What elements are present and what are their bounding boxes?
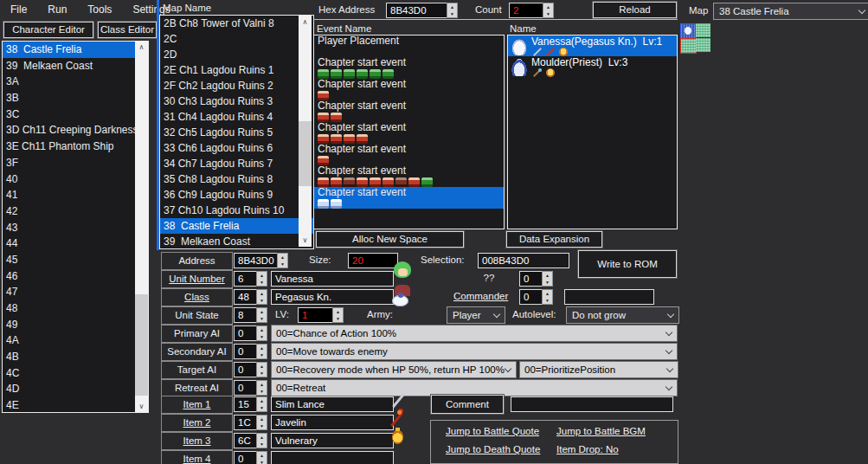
map-tile[interactable] (696, 23, 710, 37)
list-item[interactable]: 34 Ch7 Lagdou Ruins 7 (160, 156, 313, 171)
hex-address-input[interactable]: 8B43D0 (386, 3, 450, 18)
list-item[interactable]: 46 (3, 268, 148, 285)
address-spinner[interactable]: ▲▼ (277, 253, 288, 268)
unit-item[interactable]: Vanessa(Pegasus Kn.) Lv:1 (508, 35, 677, 56)
item2-spinner[interactable]: ▲▼ (256, 415, 267, 430)
selection-input[interactable]: 008B43D0 (478, 253, 569, 268)
event-item[interactable]: Chapter start event (314, 165, 504, 187)
chapter-list[interactable]: 38 Castle Frelia39 Melkaen Coast3A3B3C3D… (2, 41, 149, 413)
commander-link[interactable]: Commander (453, 291, 508, 301)
map-tile-selected[interactable] (680, 23, 697, 39)
comment-input[interactable] (511, 396, 673, 412)
scroll-up-icon[interactable]: ∧ (299, 16, 312, 29)
scroll-down-icon[interactable]: ∨ (299, 234, 312, 247)
reload-button[interactable]: Reload (593, 2, 677, 18)
map-tile-cursor[interactable] (680, 38, 697, 54)
menu-item-file[interactable]: File (0, 3, 37, 16)
event-item[interactable]: Chapter start event (314, 100, 504, 122)
event-item[interactable]: Player Placement (314, 35, 504, 57)
list-item[interactable]: 3A (3, 74, 148, 90)
item-drop-link[interactable]: Item Drop: No (556, 444, 619, 454)
target-ai-dropdown-2[interactable]: 00=PrioritizePosition (519, 361, 678, 378)
primary-ai-spinner[interactable]: ▲▼ (256, 325, 267, 341)
item1-name-field[interactable]: Slim Lance (271, 396, 394, 412)
item3-name-field[interactable]: Vulnerary (271, 433, 394, 448)
list-item[interactable]: 4C (3, 365, 148, 382)
list-item[interactable]: 33 Ch6 Lagdou Ruins 6 (160, 140, 313, 156)
list-item[interactable]: 35 Ch8 Lagdou Ruins 8 (160, 171, 313, 187)
list-item[interactable]: 49 (3, 317, 148, 333)
scroll-down-icon[interactable]: ∨ (135, 400, 148, 413)
item2-name-field[interactable]: Javelin (271, 415, 394, 430)
retreat-ai-spinner[interactable]: ▲▼ (256, 380, 267, 396)
count-spinner[interactable]: ▲▼ (543, 3, 554, 18)
list-item[interactable]: 39 Melkaen Coast (3, 58, 148, 74)
list-item[interactable]: 40 (3, 171, 148, 188)
jump-to-death-quote-link[interactable]: Jump to Death Quote (446, 444, 540, 454)
list-item[interactable]: 4A (3, 332, 148, 349)
secondary-ai-dropdown[interactable]: 00=Move towards enemy (271, 343, 678, 360)
event-item[interactable]: Chapter start event (314, 187, 504, 209)
event-list[interactable]: Player PlacementChapter start eventChapt… (313, 35, 505, 229)
lv-input[interactable]: 1 (298, 307, 336, 323)
list-item[interactable]: 2E Ch1 Lagdou Ruins 1 (160, 62, 313, 78)
unit-name-field[interactable]: Vanessa (271, 271, 394, 287)
map-selector-dropdown[interactable]: 38 Castle Frelia (713, 3, 868, 20)
item4-name-field[interactable] (271, 451, 394, 464)
class-name-field[interactable]: Pegasus Kn. (271, 289, 394, 305)
scrollbar-thumb[interactable] (299, 121, 312, 186)
unit-number-link[interactable]: Unit Number (169, 274, 225, 284)
list-item[interactable]: 45 (3, 252, 148, 268)
target-ai-dropdown[interactable]: 00=Recovery mode when HP 50%, return HP … (271, 361, 517, 378)
event-item[interactable]: Chapter start event (314, 57, 504, 79)
unit-item[interactable]: Moulder(Priest) Lv:3 (508, 56, 677, 77)
list-item[interactable]: 39 Melkaen Coast (160, 234, 313, 249)
list-item[interactable]: 2C (160, 31, 313, 47)
item4-spinner[interactable]: ▲▼ (256, 451, 267, 464)
class-editor-button[interactable]: Class Editor (98, 22, 157, 38)
comment-button[interactable]: Comment (431, 395, 504, 414)
event-item[interactable]: Chapter start event (314, 79, 504, 100)
target-ai-spinner[interactable]: ▲▼ (256, 362, 267, 377)
unit-number-spinner[interactable]: ▲▼ (256, 271, 267, 287)
alloc-new-space-button[interactable]: Alloc New Space (316, 231, 464, 248)
list-item[interactable]: 3C (3, 106, 148, 123)
autolevel-dropdown[interactable]: Do not grow (566, 306, 679, 324)
list-item[interactable]: 41 (3, 187, 148, 203)
scroll-up-icon[interactable]: ∧ (135, 41, 148, 54)
commander-spinner[interactable]: ▲▼ (542, 289, 553, 305)
character-editor-button[interactable]: Character Editor (3, 22, 93, 38)
item1-spinner[interactable]: ▲▼ (256, 396, 267, 412)
list-item[interactable]: 37 Ch10 Lagdou Ruins 10 (160, 203, 313, 218)
map-name-list[interactable]: 2B Ch8 Tower of Valni 82C2D2E Ch1 Lagdou… (159, 15, 314, 249)
retreat-ai-dropdown[interactable]: 00=Retreat (271, 379, 678, 396)
event-item[interactable]: Chapter start event (314, 122, 504, 144)
list-item[interactable]: 4B (3, 349, 148, 365)
list-item[interactable]: 2B Ch8 Tower of Valni 8 (160, 16, 313, 31)
list-item[interactable]: 2F Ch2 Lagdou Ruins 2 (160, 78, 313, 93)
write-to-rom-button[interactable]: Write to ROM (578, 250, 677, 278)
list-item[interactable]: 4E (3, 397, 148, 413)
list-item[interactable]: 38 Castle Frelia (3, 42, 148, 58)
list-item[interactable]: 38 Castle Frelia (160, 218, 313, 234)
list-item[interactable]: 32 Ch5 Lagdou Ruins 5 (160, 125, 313, 140)
list-item[interactable]: 3B (3, 90, 148, 106)
list-item[interactable]: 3E Ch11 Phantom Ship (3, 139, 148, 155)
item4-link[interactable]: Item 4 (183, 454, 211, 464)
hex-address-spinner[interactable]: ▲▼ (447, 3, 458, 18)
count-input[interactable]: 2 (509, 3, 546, 18)
item2-link[interactable]: Item 2 (183, 417, 211, 428)
unknown-spinner[interactable]: ▲▼ (542, 271, 553, 287)
item3-spinner[interactable]: ▲▼ (256, 433, 267, 448)
list-item[interactable]: 48 (3, 300, 148, 317)
list-item[interactable]: 42 (3, 203, 148, 220)
primary-ai-dropdown[interactable]: 00=Chance of Action 100% (271, 325, 678, 342)
list-item[interactable]: 43 (3, 220, 148, 236)
unit-list[interactable]: Vanessa(Pegasus Kn.) Lv:1Moulder(Priest)… (507, 35, 678, 229)
item1-link[interactable]: Item 1 (183, 399, 211, 409)
list-item[interactable]: 31 Ch4 Lagdou Ruins 4 (160, 109, 313, 125)
army-dropdown[interactable]: Player (447, 306, 505, 324)
scrollbar-thumb[interactable] (135, 294, 148, 396)
event-item[interactable]: Chapter start event (314, 144, 504, 165)
list-item[interactable]: 36 Ch9 Lagdou Ruins 9 (160, 187, 313, 203)
